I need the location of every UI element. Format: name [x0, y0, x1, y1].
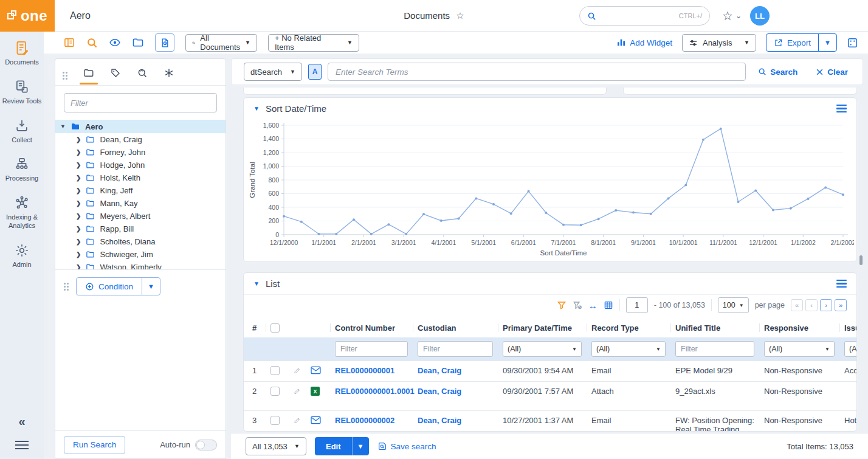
chevron-right-icon[interactable]: ❯	[76, 213, 81, 219]
column-header-num[interactable]: #	[244, 318, 266, 337]
next-page-button[interactable]: ›	[820, 299, 832, 311]
control-number-link[interactable]: REL0000000002	[335, 416, 394, 425]
row-edit-button[interactable]	[289, 382, 306, 410]
search-terms-input[interactable]	[328, 63, 746, 81]
sidebar-item-collect[interactable]: Collect	[1, 118, 43, 145]
column-filter-input[interactable]	[418, 341, 493, 357]
first-page-button[interactable]: «	[791, 299, 803, 311]
chevron-right-icon[interactable]: ❯	[76, 136, 81, 143]
add-condition-button[interactable]: Condition	[77, 278, 142, 295]
chart-menu-icon[interactable]	[836, 105, 847, 113]
chevron-right-icon[interactable]: ❯	[76, 238, 81, 245]
column-header-responsive[interactable]: Responsive	[759, 318, 839, 337]
drag-handle[interactable]	[64, 283, 69, 291]
tree-item-folder[interactable]: ❯Meyers, Albert	[55, 210, 226, 223]
collapse-sidebar-icon[interactable]: «	[18, 415, 25, 429]
tab-advanced[interactable]	[164, 67, 174, 85]
column-filter-input[interactable]	[335, 341, 408, 357]
drag-handle[interactable]	[63, 72, 67, 80]
filter-funnel-icon[interactable]	[557, 300, 567, 310]
tree-item-folder[interactable]: ❯Dean, Craig	[55, 133, 226, 146]
column-filter-select[interactable]: (All)▼	[844, 341, 857, 357]
row-checkbox[interactable]	[270, 366, 280, 375]
avatar[interactable]: LL	[750, 6, 770, 26]
dashboard-layout-icon[interactable]	[847, 37, 858, 49]
row-edit-button[interactable]	[289, 361, 306, 381]
sidebar-item-indexing-analytics[interactable]: Indexing & Analytics	[1, 195, 43, 230]
export-button[interactable]: Export	[766, 34, 818, 51]
control-number-link[interactable]: REL0000000001.0001	[335, 387, 415, 396]
edit-button[interactable]: Edit	[315, 437, 352, 455]
menu-icon[interactable]	[15, 441, 29, 449]
sidebar-item-documents[interactable]: Documents	[1, 40, 43, 67]
layout-grid-icon[interactable]	[63, 36, 75, 49]
search-view-icon[interactable]	[86, 37, 98, 49]
search-button[interactable]: Search	[752, 67, 804, 77]
grid-view-icon[interactable]	[604, 300, 613, 310]
custodian-link[interactable]: Dean, Craig	[418, 416, 461, 425]
chevron-right-icon[interactable]: ❯	[76, 200, 81, 207]
custodian-link[interactable]: Dean, Craig	[418, 387, 461, 396]
tree-item-folder[interactable]: ❯Watson, Kimberly	[55, 261, 226, 269]
sidebar-item-processing[interactable]: Processing	[1, 156, 43, 183]
save-search-button[interactable]: Save search	[377, 441, 436, 451]
prev-page-button[interactable]: ‹	[805, 299, 818, 311]
row-checkbox[interactable]	[270, 416, 280, 425]
select-all-checkbox[interactable]	[270, 323, 280, 333]
export-dropdown-chevron[interactable]: ▼	[818, 34, 836, 51]
column-header-custodian[interactable]: Custodian	[413, 318, 498, 337]
chevron-right-icon[interactable]: ❯	[76, 251, 81, 258]
chevron-right-icon[interactable]: ❯	[76, 264, 81, 269]
tree-item-folder[interactable]: ❯Scholtes, Diana	[55, 235, 226, 248]
collapse-caret-icon[interactable]: ▼	[253, 280, 260, 287]
run-search-button[interactable]: Run Search	[64, 436, 125, 454]
column-filter-select[interactable]: (All)▼	[503, 341, 582, 357]
filter-clear-icon[interactable]	[573, 300, 582, 310]
column-header-control-number[interactable]: Control Number	[330, 318, 413, 337]
tree-item-folder[interactable]: ❯Rapp, Bill	[55, 223, 226, 235]
tree-filter-input[interactable]	[64, 93, 217, 112]
chevron-right-icon[interactable]: ❯	[76, 162, 81, 168]
row-checkbox[interactable]	[270, 387, 280, 396]
add-widget-button[interactable]: Add Widget	[616, 38, 672, 47]
expand-columns-icon[interactable]: ↔	[588, 300, 598, 311]
search-engine-select[interactable]: dtSearch ▼	[244, 63, 302, 81]
tree-item-folder[interactable]: ❯Mann, Kay	[55, 197, 226, 210]
tree-root-aero[interactable]: ▼ Aero	[55, 120, 226, 133]
tree-item-folder[interactable]: ❯Schwieger, Jim	[55, 248, 226, 261]
column-header-record-type[interactable]: Record Type	[587, 318, 670, 337]
condition-dropdown-chevron[interactable]: ▼	[142, 278, 160, 295]
favorites-menu[interactable]: ☆⌄	[722, 9, 742, 23]
tab-folders[interactable]	[83, 67, 94, 85]
sidebar-item-admin[interactable]: Admin	[1, 243, 43, 269]
scope-select[interactable]: All Documents ▼	[185, 34, 257, 52]
custodian-link[interactable]: Dean, Craig	[418, 366, 461, 375]
page-number-input[interactable]	[626, 297, 648, 313]
global-search[interactable]: CTRL+/	[579, 6, 710, 26]
column-header-unified-title[interactable]: Unified Title	[670, 318, 759, 337]
edit-dropdown-chevron[interactable]: ▼	[352, 437, 369, 455]
per-page-select[interactable]: 100 ▼	[718, 297, 749, 313]
chevron-right-icon[interactable]: ❯	[76, 187, 81, 194]
global-search-input[interactable]	[601, 12, 674, 21]
column-filter-input[interactable]	[675, 341, 754, 357]
analysis-select[interactable]: Analysis ▼	[682, 34, 756, 52]
last-page-button[interactable]: »	[835, 299, 847, 311]
auto-run-toggle[interactable]	[195, 440, 217, 450]
document-view-active[interactable]	[155, 33, 174, 52]
column-filter-select[interactable]: (All)▼	[591, 341, 666, 357]
row-edit-button[interactable]	[289, 411, 306, 432]
vertical-scrollbar-thumb[interactable]	[859, 255, 863, 265]
term-highlight-button[interactable]: A	[308, 64, 322, 80]
clear-button[interactable]: Clear	[810, 67, 854, 77]
tree-item-folder[interactable]: ❯Holst, Keith	[55, 171, 226, 184]
folders-view-icon[interactable]	[132, 36, 144, 49]
column-header-primary-date[interactable]: Primary Date/Time	[498, 318, 587, 337]
control-number-link[interactable]: REL0000000001	[335, 366, 394, 375]
tab-tags[interactable]	[110, 67, 121, 85]
chevron-right-icon[interactable]: ❯	[76, 226, 81, 232]
tree-item-folder[interactable]: ❯Forney, John	[55, 146, 226, 159]
collapse-caret-icon[interactable]: ▼	[253, 105, 260, 112]
related-items-select[interactable]: + No Related Items ▼	[268, 34, 359, 52]
selection-scope-select[interactable]: All 13,053 ▼	[246, 437, 306, 455]
